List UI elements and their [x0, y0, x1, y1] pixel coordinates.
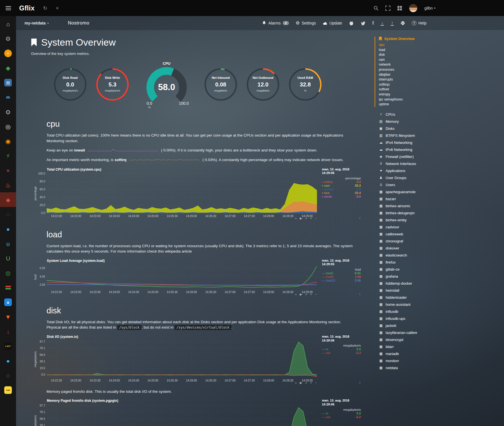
- menu-item-firefox[interactable]: ▦ firefox: [375, 259, 441, 266]
- app-orange-power-icon[interactable]: ◗: [0, 46, 16, 61]
- menu-item-disk[interactable]: disk: [379, 52, 441, 57]
- app-blue-mountain-icon[interactable]: ▲: [0, 295, 16, 309]
- chart-plot[interactable]: 97.778.158.639.119.50.014:22:3014:23:001…: [33, 339, 319, 384]
- chart-play-icon[interactable]: ▶: [300, 381, 302, 385]
- app-red-arrow-icon[interactable]: ↓: [0, 324, 16, 339]
- menu-item-softnet[interactable]: softnet: [379, 87, 441, 92]
- sabnzbd-icon[interactable]: sab: [0, 383, 16, 397]
- settings-button[interactable]: ⚙ Settings: [296, 21, 316, 25]
- menu-item-influxdb[interactable]: ▦ influxdb: [375, 308, 441, 315]
- legend-item-load15[interactable]: — load15 2.06: [322, 279, 361, 282]
- menu-item-letsencrypt[interactable]: ▦ letsencrypt: [375, 336, 441, 343]
- chart-zoom-in-icon[interactable]: +: [310, 293, 312, 296]
- chart-resize-handle[interactable]: ↕: [359, 292, 361, 296]
- legend-item-in[interactable]: — in 0.0: [322, 412, 361, 415]
- legend-item-out[interactable]: — out -5.3: [322, 351, 361, 354]
- legend-item-load5[interactable]: — load5 2.68: [322, 275, 361, 278]
- menu-item-binhex-delugevpn[interactable]: ▦ binhex-delugevpn: [375, 209, 441, 217]
- menu-item-idlejitter[interactable]: idlejitter: [379, 72, 441, 77]
- menu-item-netdata[interactable]: ▦ netdata: [375, 364, 441, 371]
- menu-item-system-overview[interactable]: System Overview: [379, 37, 441, 41]
- menu-item-ipc-semaphores[interactable]: ipc semaphores: [379, 97, 441, 102]
- legend-item-softirq[interactable]: ▪ softirq 0.0: [322, 180, 361, 184]
- menu-item-mariadb[interactable]: ▦ mariadb: [375, 350, 441, 357]
- app-green-bolt-icon[interactable]: ⚡: [0, 148, 16, 163]
- chart-pan-left-icon[interactable]: «: [295, 217, 297, 220]
- alarms-button[interactable]: Alarms 2: [262, 21, 289, 25]
- menu-item-binhex-airsonic[interactable]: ▦ binhex-airsonic: [375, 202, 441, 209]
- chart-play-icon[interactable]: ▶: [300, 217, 302, 220]
- menu-item-applications[interactable]: ♥ Applications: [375, 167, 441, 174]
- app-blue-circle-icon[interactable]: ●: [0, 222, 16, 236]
- menu-item-load[interactable]: load: [379, 48, 441, 53]
- menu-item-chronograf[interactable]: ▦ chronograf: [375, 238, 441, 245]
- app-orange-ring-icon[interactable]: ◉: [0, 134, 16, 148]
- app-blue-server-icon[interactable]: ▤: [0, 75, 16, 90]
- app-search-icon[interactable]: ⊙: [0, 104, 16, 119]
- menu-item-diskover[interactable]: ▦ diskover: [375, 245, 441, 252]
- chart-pan-right-icon[interactable]: »: [305, 293, 307, 296]
- github-icon[interactable]: [349, 21, 354, 26]
- app-green-u-icon[interactable]: U: [0, 251, 16, 266]
- user-avatar[interactable]: [409, 4, 417, 12]
- app-water-drop-icon[interactable]: ●: [0, 353, 16, 368]
- menu-item-user-groups[interactable]: ♟ User Groups: [375, 174, 441, 181]
- twitter-icon[interactable]: [361, 21, 366, 25]
- menu-item-home-assistant[interactable]: ▦ home-assistant: [375, 301, 441, 308]
- chart-zoom-out-icon[interactable]: −: [315, 293, 317, 296]
- app-dark-circle-icon[interactable]: ◌: [0, 368, 16, 383]
- chart-play-icon[interactable]: ▶: [300, 293, 302, 296]
- app-sound-bars-icon[interactable]: ıllı: [0, 90, 16, 104]
- menu-item-gitlab-ce[interactable]: ▦ gitlab-ce: [375, 266, 441, 273]
- legend-item-in[interactable]: — in 0.0: [322, 347, 361, 351]
- chart-plot[interactable]: 97.778.158.639.119.50.014:22:3014:23:001…: [33, 403, 319, 426]
- menu-item-apacheguacamole[interactable]: ▦ apacheguacamole: [375, 188, 441, 195]
- fullscreen-icon[interactable]: [385, 6, 390, 11]
- chart-plot[interactable]: 6.004.002.0014:22:3014:23:0014:23:3014:2…: [33, 263, 319, 295]
- app-pink-x-icon[interactable]: ×: [0, 163, 16, 178]
- menu-item-influxdb-ups[interactable]: ▦ influxdb-ups: [375, 315, 441, 322]
- menu-item-lazylibrarian-calibre[interactable]: ▦ lazylibrarian-calibre: [375, 329, 441, 336]
- update-button[interactable]: Update: [323, 21, 342, 25]
- legend-item-load1[interactable]: — load1 6.51: [322, 271, 361, 275]
- upload-icon[interactable]: ↑: [391, 21, 394, 26]
- chart-pan-left-icon[interactable]: «: [295, 293, 297, 296]
- menu-item-interrupts[interactable]: interrupts: [379, 77, 441, 82]
- menu-item-binhex-emby[interactable]: ▦ binhex-emby: [375, 217, 441, 224]
- home-icon[interactable]: ⌂: [0, 17, 16, 31]
- apps-grid-icon[interactable]: [397, 6, 402, 11]
- menu-item-hiddenloader[interactable]: ▦ hiddenloader: [375, 294, 441, 301]
- menu-item-users[interactable]: ♙ Users: [375, 181, 441, 188]
- menu-item-grafana[interactable]: ▦ grafana: [375, 273, 441, 280]
- legend-item-nice[interactable]: ▪ nice 20.4: [322, 191, 361, 195]
- app-green-diamond-icon[interactable]: ◆: [0, 61, 16, 75]
- menu-item-calibreweb[interactable]: ▦ calibreweb: [375, 231, 441, 238]
- chart-zoom-out-icon[interactable]: −: [315, 217, 317, 220]
- app-red-shield-icon[interactable]: ◈: [0, 192, 16, 207]
- help-button[interactable]: ? Help: [412, 21, 426, 25]
- menu-item-cpu[interactable]: cpu: [379, 43, 441, 48]
- menu-item-network-interfaces[interactable]: # Network Interfaces: [375, 160, 441, 167]
- print-icon[interactable]: [401, 21, 405, 25]
- menu-item-memory[interactable]: ▤ Memory: [375, 118, 441, 125]
- settings-gear-icon[interactable]: ⚙: [0, 31, 16, 46]
- menu-item-jackett[interactable]: ▦ jackett: [375, 322, 441, 329]
- legend-item-out[interactable]: — out -5.2: [322, 415, 361, 419]
- chart-pan-right-icon[interactable]: »: [305, 217, 307, 220]
- search-icon[interactable]: [373, 6, 379, 11]
- menu-item-bazarr[interactable]: ▦ bazarr: [375, 195, 441, 202]
- menu-item-heimdall[interactable]: ▦ heimdall: [375, 287, 441, 294]
- menu-item-cpus[interactable]: ⚡ CPUs: [375, 111, 441, 118]
- refresh-icon[interactable]: ↻: [43, 6, 47, 11]
- download-icon[interactable]: ↓: [381, 21, 384, 26]
- app-flame-icon[interactable]: ♨: [0, 178, 16, 192]
- lazylibrarian-icon[interactable]: LAZY: [0, 339, 16, 353]
- menu-item-entropy[interactable]: entropy: [379, 92, 441, 97]
- menu-item-ipv4-networking[interactable]: ☁ IPv4 Networking: [375, 139, 441, 146]
- chart-plot[interactable]: 100.080.060.040.020.00.014:22:3014:23:00…: [33, 172, 319, 219]
- menu-item-hddtemp-docker[interactable]: ▦ hddtemp-docker: [375, 280, 441, 287]
- facebook-icon[interactable]: f: [372, 21, 374, 26]
- menu-item-ipv6-networking[interactable]: ☁ IPv6 Networking: [375, 146, 441, 153]
- chart-pan-right-icon[interactable]: »: [305, 381, 307, 385]
- menu-item-uptime[interactable]: uptime: [379, 102, 441, 107]
